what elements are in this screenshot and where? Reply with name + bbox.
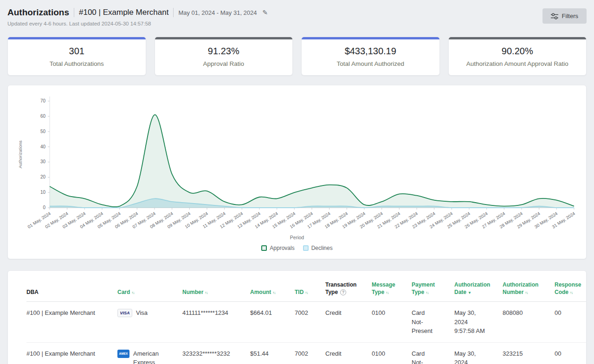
- stat-value: 90.20%: [502, 46, 533, 57]
- cell-amount: $664.01: [250, 302, 295, 343]
- stat-value: $433,130.19: [345, 46, 396, 57]
- chart-card: 010203040506070Authorizations01 May, 202…: [7, 85, 587, 259]
- column-header-auth-number[interactable]: Authorization Number↑↓: [503, 281, 555, 302]
- legend-declines[interactable]: Declines: [303, 245, 333, 251]
- cell-card: VISAVisa: [117, 302, 182, 343]
- cell-number: 323232******3232: [182, 342, 250, 364]
- header-left: Authorizations #100 | Example Merchant M…: [7, 7, 268, 26]
- stat-card-amount-approval-ratio: 90.20% Authorization Amount Approval Rat…: [448, 37, 587, 76]
- chart-legend: Approvals Declines: [15, 245, 579, 254]
- stat-accent-bar: [8, 37, 146, 39]
- column-header-payment-type[interactable]: Payment Type↑↓: [412, 281, 454, 302]
- column-header-response-code[interactable]: Response Code↑↓: [555, 281, 587, 302]
- column-header-dba: DBA: [26, 281, 117, 302]
- column-header-tid[interactable]: TID↑↓: [295, 281, 325, 302]
- merchant-name: #100 | Example Merchant: [79, 8, 168, 17]
- authorizations-chart: 010203040506070Authorizations01 May, 202…: [15, 93, 580, 233]
- column-header-number[interactable]: Number↑↓: [182, 281, 250, 302]
- column-label: Amount: [250, 289, 271, 295]
- cell-response-code: 00: [555, 302, 587, 343]
- cell-amount: $51.44: [250, 342, 295, 364]
- title-line: Authorizations #100 | Example Merchant M…: [7, 7, 268, 18]
- date-range: May 01, 2024 - May 31, 2024: [178, 9, 257, 16]
- table-row: #100 | Example MerchantVISAVisa411111***…: [26, 302, 587, 343]
- cell-message-type: 0100: [372, 302, 412, 343]
- column-header-transaction-type: Transaction Type?: [325, 281, 372, 302]
- x-axis-title: Period: [15, 235, 579, 240]
- cell-tid: 7002: [295, 302, 325, 343]
- sort-icon: ↑↓: [570, 291, 573, 295]
- stat-label: Total Amount Authorized: [336, 60, 404, 67]
- cell-tid: 7002: [295, 342, 325, 364]
- cell-auth-date: May 30, 2024 9:57:58 AM: [454, 302, 503, 343]
- cell-auth-number: 323215: [503, 342, 555, 364]
- card-label: Visa: [136, 308, 148, 318]
- column-header-message-type[interactable]: Message Type↑↓: [372, 281, 412, 302]
- svg-text:60: 60: [40, 114, 46, 119]
- cell-card: AMEXAmerican Express: [117, 342, 182, 364]
- sort-icon: ↑↓: [525, 291, 528, 295]
- title-divider: [173, 8, 174, 17]
- page-header: Authorizations #100 | Example Merchant M…: [7, 7, 587, 26]
- svg-text:Authorizations: Authorizations: [18, 140, 23, 168]
- approvals-swatch: [261, 245, 267, 251]
- legend-label: Declines: [311, 245, 333, 251]
- amex-card-icon: AMEX: [117, 350, 129, 358]
- sort-icon: ↑↓: [386, 291, 388, 295]
- column-label: Payment Type: [412, 281, 435, 295]
- title-divider: [74, 8, 74, 17]
- stat-card-total-amount-authorized: $433,130.19 Total Amount Authorized: [301, 37, 440, 76]
- svg-text:50: 50: [40, 129, 46, 134]
- column-header-amount[interactable]: Amount↑↓: [250, 281, 295, 302]
- help-icon[interactable]: ?: [340, 289, 346, 295]
- cell-payment-type: Card Not-Present: [412, 342, 454, 364]
- filters-icon: [551, 13, 558, 19]
- svg-text:40: 40: [40, 144, 46, 149]
- filters-button[interactable]: Filters: [542, 8, 587, 24]
- column-label: Number: [182, 289, 203, 295]
- sort-icon: ↑↓: [272, 291, 275, 295]
- cell-dba: #100 | Example Merchant: [26, 342, 117, 364]
- edit-date-range-icon[interactable]: ✎: [263, 9, 268, 16]
- table-header-row: DBACard↑↓Number↑↓Amount↑↓TID↑↓Transactio…: [26, 281, 587, 302]
- svg-text:70: 70: [40, 98, 46, 103]
- column-header-card[interactable]: Card↑↓: [117, 281, 182, 302]
- cell-auth-number: 808080: [503, 302, 555, 343]
- table-row: #100 | Example MerchantAMEXAmerican Expr…: [26, 342, 587, 364]
- cell-transaction-type: Credit: [325, 302, 372, 343]
- sort-desc-icon: ▼: [468, 291, 471, 295]
- cell-transaction-type: Credit: [325, 342, 372, 364]
- column-label: DBA: [26, 289, 39, 295]
- stat-label: Approval Ratio: [203, 60, 244, 67]
- authorizations-table-card: DBACard↑↓Number↑↓Amount↑↓TID↑↓Transactio…: [7, 270, 587, 364]
- column-label: TID: [295, 289, 303, 295]
- sort-icon: ↑↓: [305, 291, 308, 295]
- column-label: Authorization Date: [454, 281, 490, 295]
- visa-card-icon: VISA: [117, 309, 132, 317]
- stat-label: Authorization Amount Approval Ratio: [466, 60, 568, 67]
- authorizations-table: DBACard↑↓Number↑↓Amount↑↓TID↑↓Transactio…: [26, 281, 587, 364]
- cell-message-type: 0100: [372, 342, 412, 364]
- column-label: Authorization Number: [503, 281, 538, 295]
- sort-icon: ↑↓: [205, 291, 207, 295]
- svg-text:30: 30: [40, 159, 46, 164]
- declines-swatch: [303, 245, 309, 251]
- legend-approvals[interactable]: Approvals: [261, 245, 294, 251]
- filters-button-label: Filters: [562, 13, 578, 19]
- stat-label: Total Authorizations: [50, 60, 104, 67]
- svg-text:20: 20: [40, 174, 46, 179]
- svg-text:10: 10: [40, 190, 46, 195]
- table-body: #100 | Example MerchantVISAVisa411111***…: [26, 302, 587, 364]
- last-updated-note: Updated every 4-6 hours. Last updated 20…: [7, 21, 268, 26]
- column-header-auth-date[interactable]: Authorization Date▼: [454, 281, 503, 302]
- cell-number: 411111******1234: [182, 302, 250, 343]
- stat-value: 91.23%: [208, 46, 239, 57]
- column-label: Card: [117, 289, 130, 295]
- page-title: Authorizations: [7, 7, 69, 18]
- column-label: Message Type: [372, 281, 395, 295]
- legend-label: Approvals: [270, 245, 294, 251]
- cell-payment-type: Card Not-Present: [412, 302, 454, 343]
- cell-response-code: 00: [555, 342, 587, 364]
- sort-icon: ↑↓: [426, 291, 428, 295]
- cell-dba: #100 | Example Merchant: [26, 302, 117, 343]
